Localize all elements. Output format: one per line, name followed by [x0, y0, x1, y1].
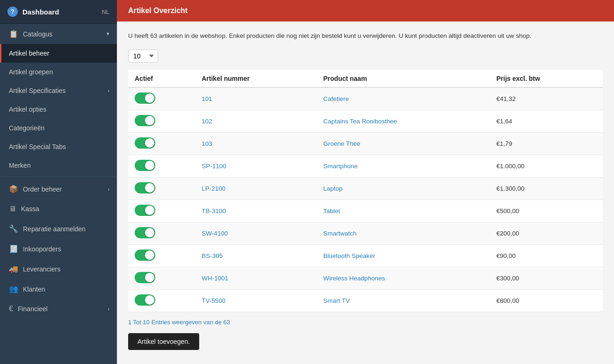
chevron-order-icon: ›: [108, 186, 109, 192]
language-selector[interactable]: NL: [101, 8, 109, 15]
sidebar-label-categorieen: Categorieën: [9, 124, 44, 132]
product-naam-link[interactable]: Laptop: [323, 185, 342, 192]
active-toggle[interactable]: [135, 272, 155, 283]
prijs-cell: €500,00: [490, 200, 603, 222]
artikel-nummer-link[interactable]: BS-305: [202, 252, 223, 259]
active-toggle[interactable]: [135, 294, 155, 306]
toggle-cell: [128, 267, 195, 289]
artikel-nummer-cell: SW-4100: [195, 222, 317, 244]
active-toggle[interactable]: [135, 182, 155, 193]
page-title: Artikel Overzicht: [128, 7, 188, 14]
prijs-cell: €800,00: [490, 289, 603, 312]
artikel-nummer-link[interactable]: 101: [202, 95, 212, 102]
artikel-nummer-link[interactable]: SP-1100: [202, 163, 226, 170]
col-product-naam: Product naam: [317, 70, 490, 87]
artikel-nummer-link[interactable]: TB-3100: [202, 207, 226, 214]
per-page-select[interactable]: 10 25 50 100: [128, 50, 158, 63]
active-toggle[interactable]: [135, 250, 155, 261]
sidebar-item-catalogus[interactable]: 📋 Catalogus ▾: [0, 24, 117, 44]
inkooporders-icon: 🧾: [9, 244, 18, 253]
table-row: 101Cafetiere€41,32: [128, 87, 603, 110]
sidebar-item-artikel-opties[interactable]: Artikel opties: [0, 100, 117, 119]
sidebar-item-artikel-specificaties[interactable]: Artikel Specificaties ›: [0, 81, 117, 100]
sidebar-label-catalogus: Catalogus: [23, 30, 52, 38]
product-naam-link[interactable]: Groene Thee: [323, 140, 360, 147]
table-row: SP-1100Smartphone€1.000,00: [128, 155, 603, 177]
artikel-nummer-cell: WH-1001: [195, 267, 317, 289]
product-naam-link[interactable]: Wireless Headphones: [323, 275, 385, 282]
active-toggle[interactable]: [135, 160, 155, 171]
product-naam-cell: Laptop: [317, 177, 490, 200]
artikel-nummer-link[interactable]: WH-1001: [202, 275, 228, 282]
add-artikel-button[interactable]: Artikel toevoegen.: [128, 333, 199, 350]
artikel-nummer-link[interactable]: 102: [202, 118, 212, 125]
dashboard-icon: ?: [7, 7, 18, 17]
chevron-financieel-icon: ›: [108, 306, 109, 312]
product-naam-link[interactable]: Smartwatch: [323, 230, 356, 237]
content-area: U heeft 63 artikelen in de webshop. Enke…: [117, 21, 614, 359]
sidebar-item-leveranciers[interactable]: 🚚 Leveranciers: [0, 259, 117, 279]
artikel-nummer-link[interactable]: SW-4100: [202, 230, 228, 237]
sidebar-label-artikel-opties: Artikel opties: [9, 106, 46, 113]
sidebar-label-artikel-specificaties: Artikel Specificaties: [9, 87, 65, 94]
dashboard-title: Dashboard: [22, 8, 59, 16]
sidebar-item-artikel-beheer[interactable]: Artikel beheer: [0, 44, 117, 63]
toggle-cell: [128, 177, 195, 200]
prijs-cell: €1.000,00: [490, 155, 603, 177]
per-page-wrapper: 10 25 50 100: [128, 50, 603, 63]
product-naam-link[interactable]: Captains Tea Rooibosthee: [323, 118, 397, 125]
chevron-icon: ▾: [107, 31, 109, 37]
prijs-cell: €300,00: [490, 267, 603, 289]
sidebar-item-categorieen[interactable]: Categorieën: [0, 119, 117, 137]
sidebar-item-financieel[interactable]: € Financieel ›: [0, 299, 117, 319]
product-naam-cell: Cafetiere: [317, 87, 490, 110]
sidebar-label-artikel-special-tabs: Artikel Special Tabs: [9, 143, 66, 150]
sidebar-item-merken[interactable]: Merken: [0, 156, 117, 175]
product-naam-link[interactable]: Tablet: [323, 207, 340, 214]
artikel-nummer-cell: 102: [195, 110, 317, 132]
sidebar-item-artikel-special-tabs[interactable]: Artikel Special Tabs: [0, 137, 117, 156]
toggle-cell: [128, 222, 195, 244]
active-toggle[interactable]: [135, 93, 155, 104]
artikel-nummer-link[interactable]: TV-5500: [202, 297, 225, 304]
artikel-nummer-cell: BS-305: [195, 244, 317, 267]
sidebar-item-reparatie[interactable]: 🔧 Reparatie aanmelden: [0, 219, 117, 239]
sidebar-item-kassa[interactable]: 🖥 Kassa: [0, 199, 117, 219]
sidebar-item-inkooporders[interactable]: 🧾 Inkooporders: [0, 239, 117, 259]
artikel-nummer-link[interactable]: 103: [202, 140, 212, 147]
sidebar-label-leveranciers: Leveranciers: [23, 265, 60, 273]
product-naam-cell: Smart TV: [317, 289, 490, 312]
table-row: TB-3100Tablet€500,00: [128, 200, 603, 222]
toggle-cell: [128, 87, 195, 110]
sidebar-label-kassa: Kassa: [21, 205, 39, 213]
order-beheer-icon: 📦: [9, 185, 18, 193]
sidebar: ? Dashboard NL 📋 Catalogus ▾ Artikel beh…: [0, 0, 117, 364]
product-naam-link[interactable]: Bluetooth Speaker: [323, 252, 375, 259]
artikel-table: Actief Artikel nummer Product naam Prijs…: [128, 70, 603, 312]
sidebar-item-artikel-groepen[interactable]: Artikel groepen: [0, 63, 117, 81]
table-row: BS-305Bluetooth Speaker€90,00: [128, 244, 603, 267]
active-toggle[interactable]: [135, 227, 155, 238]
active-toggle[interactable]: [135, 115, 155, 126]
product-naam-link[interactable]: Smart TV: [323, 297, 350, 304]
sidebar-label-klanten: Klanten: [23, 285, 45, 293]
table-row: 102Captains Tea Rooibosthee€1,64: [128, 110, 603, 132]
page-header: Artikel Overzicht: [117, 0, 614, 21]
product-naam-link[interactable]: Cafetiere: [323, 95, 349, 102]
sidebar-header: ? Dashboard NL: [0, 0, 117, 24]
artikel-nummer-link[interactable]: LP-2100: [202, 185, 225, 192]
col-artikel-nummer: Artikel nummer: [195, 70, 317, 87]
prijs-cell: €41,32: [490, 87, 603, 110]
table-head: Actief Artikel nummer Product naam Prijs…: [128, 70, 603, 87]
main-content: Artikel Overzicht U heeft 63 artikelen i…: [117, 0, 614, 364]
artikel-nummer-cell: LP-2100: [195, 177, 317, 200]
sidebar-item-klanten[interactable]: 👥 Klanten: [0, 279, 117, 299]
sidebar-item-order-beheer[interactable]: 📦 Order beheer ›: [0, 179, 117, 199]
sidebar-label-artikel-beheer: Artikel beheer: [9, 50, 49, 57]
active-toggle[interactable]: [135, 137, 155, 149]
sidebar-label-merken: Merken: [9, 162, 31, 169]
toggle-cell: [128, 244, 195, 267]
active-toggle[interactable]: [135, 205, 155, 216]
product-naam-link[interactable]: Smartphone: [323, 163, 358, 170]
info-text: U heeft 63 artikelen in de webshop. Enke…: [128, 31, 603, 41]
